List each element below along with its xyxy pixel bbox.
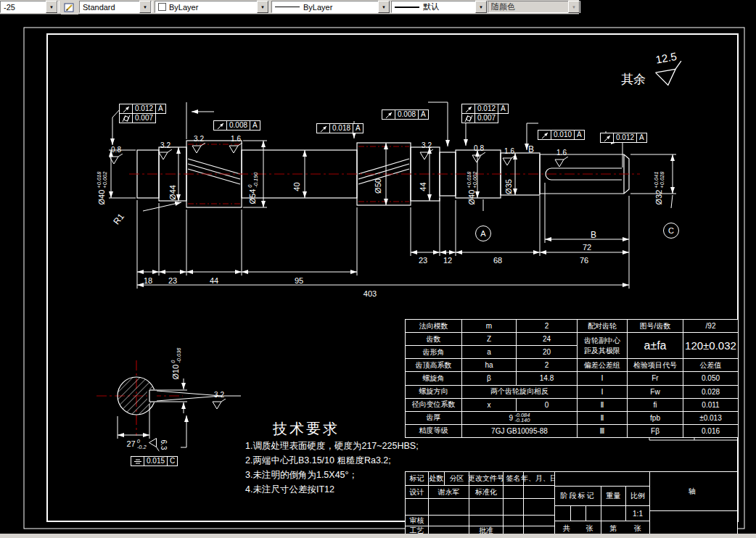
gear-parameter-table-left: 法向模数m2 齿数Z24 齿形角a20 齿顶高系数ha2 螺旋角β14.8 螺旋… [405,319,578,438]
table-row: ⅢFβ0.016 [578,424,739,437]
roughness-value: 0.8 [474,145,484,152]
fcf-value: 0.012 [132,104,156,114]
fcf-value: 0.010 [551,130,575,140]
datum-letter: A [480,229,485,238]
dim-diameter: Ø10 0-0.036 [170,343,181,385]
roughness-icon [192,143,206,154]
color-combo[interactable]: ByLayer ▼ [155,1,269,13]
circular-runout-icon [461,104,475,114]
tb-label: 第 [610,523,617,534]
color-value: ByLayer [169,3,257,12]
tb-label: 张 [586,523,593,534]
dim-length: 76 [573,257,595,265]
dim-diameter: Ø32 +0.041+0.028 [654,165,665,212]
fcf-value: 0.007 [132,113,156,123]
surface-roughness: 1.6 [551,149,572,167]
tb-label: 标准化 [469,485,504,499]
fcf-value: 0.008 [226,120,250,131]
roughness-icon [419,149,434,160]
table-row: 径向变位系数x0 [406,398,578,411]
dim-length: 72 [576,244,598,252]
datum-letter: C [668,226,674,235]
techreq-item: 4.未注尺寸公差按IT12 [245,482,419,497]
dim-diameter: Ø40 +0.018+0.002 [467,165,477,212]
fcf-datum: A [155,104,166,114]
text-style-combo[interactable]: Standard ▼ [79,1,152,13]
cylindricity-icon [461,113,475,123]
circular-runout-icon [213,120,227,131]
chevron-down-icon[interactable]: ▼ [257,1,268,13]
table-row: 螺旋角β14.8 [406,372,578,385]
surface-roughness: 3.2 [209,392,229,410]
dim-value: Ø50 [374,178,382,194]
tb-label: 重量 [601,486,626,506]
dim-value: 27 [126,440,135,448]
techreq-item: 3.未注明的倒角为1.5X45°； [245,468,419,482]
circular-runout-icon [119,104,133,114]
datum-b-label: B [528,145,534,154]
part-name: 轴 [649,471,738,511]
chevron-down-icon[interactable]: ▼ [475,1,487,13]
horizontal-scrollbar[interactable] [0,534,756,538]
surface-roughness: 3.2 [416,142,437,160]
dim-keyway-depth: 27 0-0.2 [119,439,154,450]
dim-value: Ø35 [505,179,513,194]
text-style-button[interactable] [61,1,78,15]
dim-length: 18 [137,277,159,285]
dim-diameter: Ø35 [505,175,513,199]
dim-value: Ø32 [655,190,663,205]
linetype-combo[interactable]: ByLayer ▼ [271,1,390,13]
dim-value: Ø54 [249,189,257,204]
table-row: 齿轮副中心距及其极限 a±fa 120±0.032 [578,333,739,359]
plotstyle-value: 随颜色 [491,1,568,12]
roughness-icon [212,399,226,410]
color-swatch-icon [158,3,166,11]
table-row: Ⅱfpb±0.013 [578,411,739,424]
chevron-down-icon[interactable]: ▼ [378,1,390,13]
dim-value: 40 [293,182,301,191]
roughness-value: 3.2 [422,142,432,149]
tb-label: 标记 [405,471,429,486]
chevron-down-icon[interactable]: ▼ [46,1,57,13]
roughness-icon [472,152,486,163]
fcf-runout: 0.012A [601,133,647,143]
tb-label: 比例 [625,486,650,506]
tb-label: 共 [563,523,570,534]
roughness-value: 3.2 [160,142,170,149]
surface-roughness: 0.8 [106,146,126,165]
fcf-datum: A [498,104,509,114]
fcf-symmetry: 0.015C [131,457,178,466]
cylindricity-icon [119,113,133,123]
tb-designer: 谢永军 [428,485,469,499]
roughness-value: 0.8 [111,146,121,154]
surface-roughness: 3.2 [189,136,209,154]
roughness-value: 1.6 [556,149,567,157]
fcf-value: 0.008 [395,109,419,120]
gear-parameter-table-right: 配对齿轮图号/齿数/92 齿轮副中心距及其极限 a±fa 120±0.032 偏… [577,319,739,438]
datum-c: C [663,223,679,239]
dim-length: 12 [437,257,459,265]
table-row: Ⅱfi0.011 [578,398,739,411]
tb-label: 审核 [405,515,429,526]
dim-value: Ø40 [468,190,476,205]
dim-style-combo[interactable]: -25 ▼ [0,1,58,13]
toolbar: -25 ▼ Standard ▼ ByLayer ▼ ByLayer ▼ [0,0,756,15]
dim-length: 95 [288,277,310,285]
circular-runout-icon [382,109,395,120]
surface-roughness: 3.2 [155,142,176,160]
surface-roughness: 0.8 [469,145,489,163]
fcf-runout: 0.018A [317,124,363,133]
technical-requirements: 技术要求 1.调质处理表面硬度，硬度为217~225HBS; 2.两端中心孔B3… [245,419,419,497]
fcf-runout-cylindricity: 0.012A 0.007 [120,104,166,123]
fcf-value: 0.018 [329,123,353,133]
fcf-datum: A [250,120,260,131]
lineweight-combo[interactable]: 默认 ▼ [391,1,488,13]
surface-roughness: 1.6 [226,136,246,154]
tb-label: 设计 [405,485,429,499]
chevron-down-icon[interactable]: ▼ [139,1,151,13]
drawing-canvas[interactable]: 其余 12.5 0.8 3.2 3.2 1.6 3.2 0.8 1.6 1.6 … [0,15,756,534]
fcf-runout: 0.010A [538,131,585,140]
datum-a: A [475,225,491,241]
fcf-datum: A [353,123,363,133]
dim-diameter: Ø50 [374,174,382,199]
